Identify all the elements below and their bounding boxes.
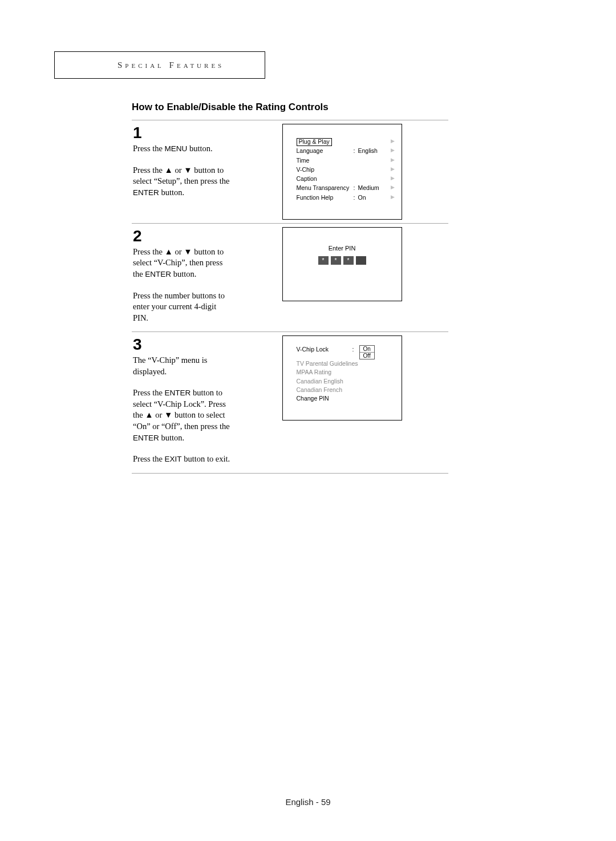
enter-button-label: ENTER	[133, 188, 159, 197]
step-3-para-3: Press the EXIT button to exit.	[133, 454, 232, 465]
enter-button-label: ENTER	[165, 389, 191, 397]
osd-item-time: Time	[297, 156, 354, 165]
osd-vchip-lock-dropdown: On Off	[359, 345, 375, 359]
osd-item-vchip: V-Chip	[297, 165, 354, 174]
up-arrow-icon: ▲	[165, 247, 173, 256]
step-3-text: 3 The “V-Chip” menu is displayed. Press …	[132, 332, 236, 473]
right-arrow-icon: ▶	[391, 138, 396, 145]
step-2-para-2: Press the number buttons to enter your c…	[133, 290, 232, 324]
step-2-text: 2 Press the ▲ or ▼ button to select “V-C…	[132, 224, 236, 331]
right-arrow-icon: ▶	[391, 184, 396, 192]
right-arrow-icon: ▶	[391, 147, 396, 155]
down-arrow-icon: ▼	[184, 165, 192, 175]
right-arrow-icon: ▶	[391, 175, 396, 183]
pin-digit-4	[356, 256, 366, 265]
osd-item-language: Language	[297, 146, 354, 155]
right-arrow-icon: ▶	[391, 156, 396, 164]
page-title: How to Enable/Disable the Rating Control…	[132, 102, 448, 113]
step-number: 1	[133, 125, 232, 141]
menu-button-label: MENU	[165, 144, 188, 153]
step-1: 1 Press the MENU button. Press the ▲ or …	[132, 120, 448, 223]
osd-item-function-help: Function Help	[297, 193, 354, 202]
section-header-text: Special Features	[117, 60, 224, 70]
step-3-osd: V-Chip Lock : On Off TV Parental Guideli…	[236, 332, 448, 424]
osd-item-can-fr: Canadian French	[297, 386, 396, 394]
osd-row: Caption ▶	[297, 174, 396, 183]
up-arrow-icon: ▲	[165, 165, 173, 175]
osd-row: Function Help : On ▶	[297, 193, 396, 202]
osd-vchip-lock-row: V-Chip Lock : On Off	[297, 345, 396, 359]
osd-pin-title: Enter PIN	[289, 245, 396, 252]
step-number: 3	[133, 337, 232, 353]
osd-row: Time ▶	[297, 156, 396, 165]
step-1-text: 1 Press the MENU button. Press the ▲ or …	[132, 120, 236, 206]
osd-item-caption: Caption	[297, 174, 354, 183]
step-3-para-2: Press the ENTER button to select “V-Chip…	[133, 387, 232, 443]
up-arrow-icon: ▲	[145, 410, 153, 419]
osd-vchip-lock-label: V-Chip Lock	[297, 345, 352, 354]
down-arrow-icon: ▼	[164, 410, 172, 419]
osd-item-tv-parental: TV Parental Guidelines	[297, 359, 396, 368]
osd-row: Plug & Play ▶	[297, 137, 396, 146]
osd-item-can-eng: Canadian English	[297, 377, 396, 386]
osd-item-plug-and-play: Plug & Play	[297, 138, 332, 146]
section-header-tab: Special Features	[54, 51, 265, 79]
osd-item-menu-transparency: Menu Transparency	[297, 183, 354, 192]
right-arrow-icon: ▶	[391, 165, 396, 173]
content-area: How to Enable/Disable the Rating Control…	[132, 102, 448, 474]
pin-digit-3: *	[343, 256, 354, 265]
pin-digit-1: *	[318, 256, 329, 265]
osd-setup-menu: Plug & Play ▶ Language : English ▶	[282, 124, 402, 220]
enter-button-label: ENTER	[133, 434, 159, 442]
osd-vchip-menu: V-Chip Lock : On Off TV Parental Guideli…	[282, 335, 402, 420]
step-1-osd: Plug & Play ▶ Language : English ▶	[236, 120, 448, 223]
exit-button-label: EXIT	[165, 455, 182, 463]
step-number: 2	[133, 228, 232, 244]
step-2-para-1: Press the ▲ or ▼ button to select “V-Chi…	[133, 246, 232, 280]
step-3-para-1: The “V-Chip” menu is displayed.	[133, 355, 232, 377]
steps-list: 1 Press the MENU button. Press the ▲ or …	[132, 120, 448, 474]
step-2-osd: Enter PIN * * *	[236, 224, 448, 305]
page-footer: English - 59	[0, 797, 616, 807]
enter-button-label: ENTER	[145, 270, 171, 278]
osd-row: V-Chip ▶	[297, 165, 396, 174]
right-arrow-icon: ▶	[391, 193, 396, 201]
osd-row: Menu Transparency : Medium ▶	[297, 183, 396, 192]
step-3: 3 The “V-Chip” menu is displayed. Press …	[132, 331, 448, 474]
dropdown-option-on: On	[360, 346, 374, 353]
pin-digit-2: *	[331, 256, 341, 265]
step-1-para-2: Press the ▲ or ▼ button to select “Setup…	[133, 165, 232, 199]
osd-row: Language : English ▶	[297, 146, 396, 155]
dropdown-option-off: Off	[360, 353, 374, 359]
osd-enter-pin: Enter PIN * * *	[282, 227, 402, 301]
down-arrow-icon: ▼	[184, 247, 192, 256]
osd-pin-boxes: * * *	[289, 256, 396, 265]
step-1-para-1: Press the MENU button.	[133, 143, 232, 155]
osd-item-mpaa: MPAA Rating	[297, 368, 396, 377]
manual-page: Special Features How to Enable/Disable t…	[0, 0, 616, 841]
osd-item-change-pin: Change PIN	[297, 394, 396, 403]
step-2: 2 Press the ▲ or ▼ button to select “V-C…	[132, 223, 448, 331]
